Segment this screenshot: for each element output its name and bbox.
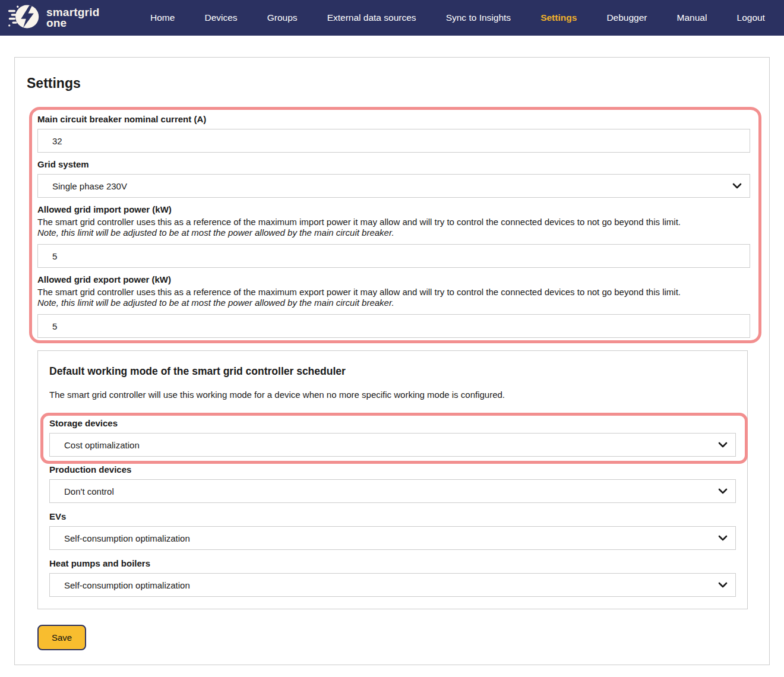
save-button[interactable]: Save bbox=[37, 625, 86, 650]
settings-card: Settings Main circuit breaker nominal cu… bbox=[14, 57, 770, 665]
nav-links: Home Devices Groups External data source… bbox=[122, 12, 784, 23]
export-power-label: Allowed grid export power (kW) bbox=[37, 274, 750, 284]
heat-pumps-label: Heat pumps and boilers bbox=[49, 558, 736, 568]
smartgrid-logo-icon bbox=[7, 2, 40, 33]
heat-pumps-select[interactable]: Self-consumption optimalization bbox=[49, 573, 736, 597]
export-power-description: The smart grid controller uses this as a… bbox=[37, 287, 750, 298]
brand-logo[interactable]: smartgrid one bbox=[0, 2, 122, 33]
import-power-label: Allowed grid import power (kW) bbox=[37, 204, 750, 214]
main-breaker-input[interactable] bbox=[37, 129, 750, 153]
grid-system-select[interactable]: Single phase 230V bbox=[37, 174, 750, 198]
export-power-note: Note, this limit will be adjusted to be … bbox=[37, 298, 750, 308]
export-power-input[interactable] bbox=[37, 314, 750, 338]
grid-system-label: Grid system bbox=[37, 159, 750, 169]
import-power-input[interactable] bbox=[37, 244, 750, 268]
storage-devices-annotation: Storage devices Cost optimalization bbox=[40, 413, 748, 464]
working-mode-title: Default working mode of the smart grid c… bbox=[49, 365, 736, 378]
storage-devices-select-wrap: Cost optimalization bbox=[49, 433, 736, 457]
nav-item-external-data-sources[interactable]: External data sources bbox=[327, 12, 416, 23]
nav-item-manual[interactable]: Manual bbox=[677, 12, 707, 23]
nav-item-devices[interactable]: Devices bbox=[204, 12, 237, 23]
production-devices-select[interactable]: Don't control bbox=[49, 479, 736, 503]
nav-item-home[interactable]: Home bbox=[150, 12, 175, 23]
storage-devices-label: Storage devices bbox=[49, 418, 736, 428]
nav-item-groups[interactable]: Groups bbox=[267, 12, 298, 23]
import-power-description: The smart grid controller uses this as a… bbox=[37, 217, 750, 227]
working-mode-description: The smart grid controller will use this … bbox=[49, 390, 736, 400]
heat-pumps-select-wrap: Self-consumption optimalization bbox=[49, 573, 736, 597]
brand-name: smartgrid one bbox=[46, 7, 99, 29]
evs-label: EVs bbox=[49, 511, 736, 521]
storage-devices-select[interactable]: Cost optimalization bbox=[49, 433, 736, 457]
nav-item-settings[interactable]: Settings bbox=[540, 12, 577, 23]
page-title: Settings bbox=[27, 75, 769, 91]
production-devices-select-wrap: Don't control bbox=[49, 479, 736, 503]
grid-settings-section-annotation: Main circuit breaker nominal current (A)… bbox=[29, 107, 761, 343]
import-power-note: Note, this limit will be adjusted to be … bbox=[37, 227, 750, 238]
nav-item-logout[interactable]: Logout bbox=[737, 12, 765, 23]
nav-item-debugger[interactable]: Debugger bbox=[606, 12, 647, 23]
nav-item-sync-to-insights[interactable]: Sync to Insights bbox=[446, 12, 511, 23]
evs-select[interactable]: Self-consumption optimalization bbox=[49, 526, 736, 550]
evs-select-wrap: Self-consumption optimalization bbox=[49, 526, 736, 550]
production-devices-label: Production devices bbox=[49, 464, 736, 474]
working-mode-section: Default working mode of the smart grid c… bbox=[37, 350, 748, 609]
main-breaker-label: Main circuit breaker nominal current (A) bbox=[37, 114, 750, 124]
grid-system-select-wrap: Single phase 230V bbox=[37, 174, 750, 198]
top-navbar: smartgrid one Home Devices Groups Extern… bbox=[0, 0, 784, 36]
